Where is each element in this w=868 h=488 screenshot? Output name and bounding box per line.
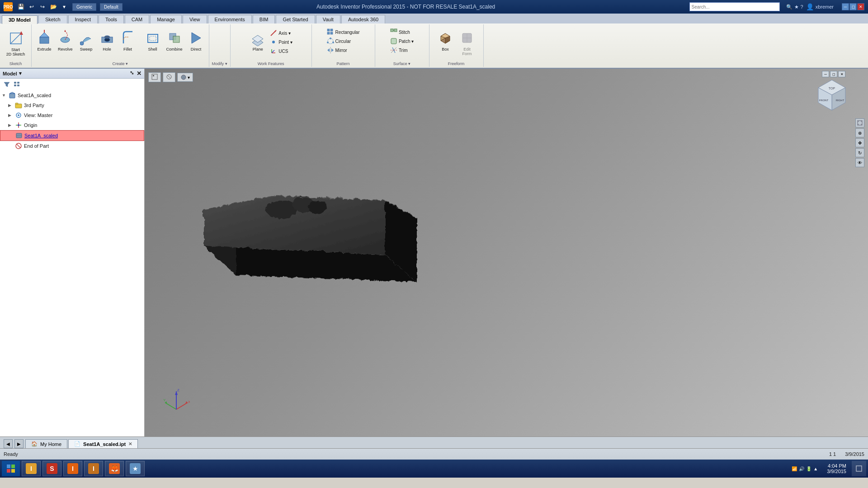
doc-tab-prev[interactable]: ◀ bbox=[4, 439, 13, 448]
panel-close-icon[interactable]: ✕ bbox=[137, 70, 142, 77]
tab-autodesk360[interactable]: Autodesk 360 bbox=[341, 15, 385, 23]
model-panel-dropdown[interactable]: ▾ bbox=[19, 70, 22, 76]
ucs-icon bbox=[270, 47, 277, 55]
search-icon[interactable]: 🔍 bbox=[786, 4, 793, 10]
tree-expand-3rdparty: ▶ bbox=[8, 103, 14, 108]
filter-icon[interactable] bbox=[3, 80, 11, 89]
taskbar-app2-btn[interactable]: S bbox=[42, 461, 61, 476]
patch-button[interactable]: Patch ▾ bbox=[389, 37, 415, 45]
show-desktop-btn[interactable] bbox=[852, 461, 866, 476]
tab-close-icon[interactable]: ✕ bbox=[128, 441, 132, 446]
start-2d-sketch-button[interactable]: Start2D Sketch bbox=[4, 28, 28, 58]
zoom-icon[interactable]: ⊕ bbox=[855, 128, 864, 137]
help-icon[interactable]: ? bbox=[801, 4, 803, 9]
taskbar-app6-btn[interactable]: ★ bbox=[126, 461, 145, 476]
tree-icon[interactable] bbox=[13, 80, 21, 89]
tree-label-seat1a-body: Seat1A_scaled bbox=[24, 133, 58, 138]
hole-button[interactable]: Hole bbox=[97, 27, 117, 53]
trim-button[interactable]: Trim bbox=[389, 46, 409, 54]
extrude-button[interactable]: Extrude bbox=[34, 27, 54, 53]
mirror-button[interactable]: Mirror bbox=[326, 46, 349, 54]
bookmark-icon[interactable]: ★ bbox=[794, 4, 799, 10]
rectangular-button[interactable]: Rectangular bbox=[326, 28, 361, 36]
vp-toolbar-btn2[interactable] bbox=[163, 72, 175, 82]
zoom-fit-icon[interactable] bbox=[855, 118, 864, 127]
viewcube[interactable]: TOP RIGHT FRONT bbox=[814, 78, 850, 114]
color-scheme-dropdown[interactable]: Default bbox=[100, 3, 123, 11]
doc-tab-next[interactable]: ▶ bbox=[14, 439, 24, 448]
revolve-button[interactable]: Revolve bbox=[55, 27, 75, 53]
tab-sketch[interactable]: Sketch bbox=[38, 15, 67, 23]
tree-label-3rdparty: 3rd Party bbox=[24, 103, 44, 108]
circular-button[interactable]: Circular bbox=[326, 37, 352, 45]
plane-button[interactable]: Plane bbox=[248, 27, 268, 53]
vp-toolbar-btn1[interactable] bbox=[148, 72, 161, 82]
extrude-icon bbox=[37, 29, 52, 47]
display-mode-dropdown[interactable]: ▾ bbox=[177, 73, 193, 82]
tree-expand-origin: ▶ bbox=[8, 123, 14, 127]
search-box[interactable] bbox=[689, 2, 780, 11]
tab-tools[interactable]: Tools bbox=[99, 15, 124, 23]
minimize-button[interactable]: ─ bbox=[842, 3, 849, 10]
combine-button[interactable]: Combine bbox=[164, 27, 185, 53]
tab-environments[interactable]: Environments bbox=[208, 15, 252, 23]
shell-button[interactable]: Shell bbox=[143, 27, 163, 53]
tree-item-origin[interactable]: ▶ Origin bbox=[0, 120, 144, 130]
direct-button[interactable]: Direct bbox=[186, 27, 206, 53]
qat-redo[interactable]: ↪ bbox=[38, 2, 47, 11]
tab-get-started[interactable]: Get Started bbox=[276, 15, 315, 23]
tree-item-end-of-part[interactable]: End of Part bbox=[0, 141, 144, 151]
qat-undo[interactable]: ↩ bbox=[27, 2, 36, 11]
taskbar-app3-btn[interactable]: I bbox=[63, 461, 82, 476]
tray-expand[interactable]: ▲ bbox=[813, 466, 818, 471]
viewport[interactable]: ─ ◻ ✕ ▾ bbox=[145, 69, 868, 436]
tab-manage[interactable]: Manage bbox=[150, 15, 182, 23]
tab-view[interactable]: View bbox=[183, 15, 207, 23]
stitch-button[interactable]: Stitch bbox=[389, 28, 411, 36]
pan-icon[interactable]: ✥ bbox=[855, 138, 864, 147]
tree-item-3rdparty[interactable]: ▶ 3rd Party bbox=[0, 100, 144, 110]
taskbar-clock[interactable]: 4:04 PM 3/9/2015 bbox=[823, 463, 850, 474]
search-input[interactable] bbox=[692, 5, 778, 9]
edit-form-label: EditForm bbox=[462, 47, 472, 56]
taskbar-firefox-btn[interactable]: 🦊 bbox=[105, 461, 124, 476]
tab-cam[interactable]: CAM bbox=[125, 15, 149, 23]
fillet-button[interactable]: Fillet bbox=[118, 27, 138, 53]
axis-button[interactable]: Axis ▾ bbox=[269, 29, 294, 37]
tab-vault[interactable]: Vault bbox=[316, 15, 340, 23]
doc-tab-seat1a[interactable]: 📄 Seat1A_scaled.ipt ✕ bbox=[68, 439, 138, 448]
vp-close[interactable]: ✕ bbox=[838, 71, 845, 77]
close-button[interactable]: ✕ bbox=[857, 3, 864, 10]
ribbon-group-freeform: Box EditForm Freeform bbox=[429, 24, 484, 67]
tree-item-seat1a-body[interactable]: Seat1A_scaled bbox=[0, 130, 144, 141]
sweep-icon bbox=[79, 29, 94, 47]
profile-dropdown[interactable]: Generic bbox=[72, 3, 96, 11]
look-at-icon[interactable]: 👁 bbox=[855, 158, 864, 167]
tab-bim[interactable]: BIM bbox=[253, 15, 275, 23]
point-button[interactable]: Point ▾ bbox=[269, 38, 294, 46]
orbit-icon[interactable]: ↻ bbox=[855, 148, 864, 157]
panel-expand-icon[interactable]: ⤡ bbox=[130, 70, 134, 77]
ucs-button[interactable]: UCS bbox=[269, 47, 294, 55]
restore-button[interactable]: ◻ bbox=[849, 3, 857, 10]
tree-item-root[interactable]: ▼ Seat1A_scaled bbox=[0, 90, 144, 100]
taskbar-inventor-btn[interactable]: I bbox=[22, 461, 41, 476]
vp-restore[interactable]: ◻ bbox=[830, 71, 837, 77]
pattern-group-label: Pattern bbox=[337, 61, 350, 66]
tab-3d-model[interactable]: 3D Model bbox=[2, 15, 38, 24]
svg-point-62 bbox=[18, 124, 19, 126]
taskbar-app4-btn[interactable]: I bbox=[84, 461, 103, 476]
start-button[interactable] bbox=[2, 461, 20, 476]
document-tabs: ◀ ▶ 🏠 My Home 📄 Seat1A_scaled.ipt ✕ bbox=[0, 436, 868, 448]
svg-rect-39 bbox=[391, 38, 396, 44]
doc-tab-myhome[interactable]: 🏠 My Home bbox=[25, 439, 67, 448]
box-button[interactable]: Box bbox=[435, 27, 455, 53]
qat-save[interactable]: 💾 bbox=[16, 2, 25, 11]
qat-dropdown[interactable]: ▾ bbox=[60, 2, 69, 11]
tab-inspect[interactable]: Inspect bbox=[68, 15, 98, 23]
sweep-button[interactable]: Sweep bbox=[76, 27, 96, 53]
edit-form-button[interactable]: EditForm bbox=[457, 27, 477, 58]
qat-open[interactable]: 📂 bbox=[49, 2, 58, 11]
vp-minimize[interactable]: ─ bbox=[822, 71, 829, 77]
tree-item-view-master[interactable]: ▶ View: Master bbox=[0, 110, 144, 120]
